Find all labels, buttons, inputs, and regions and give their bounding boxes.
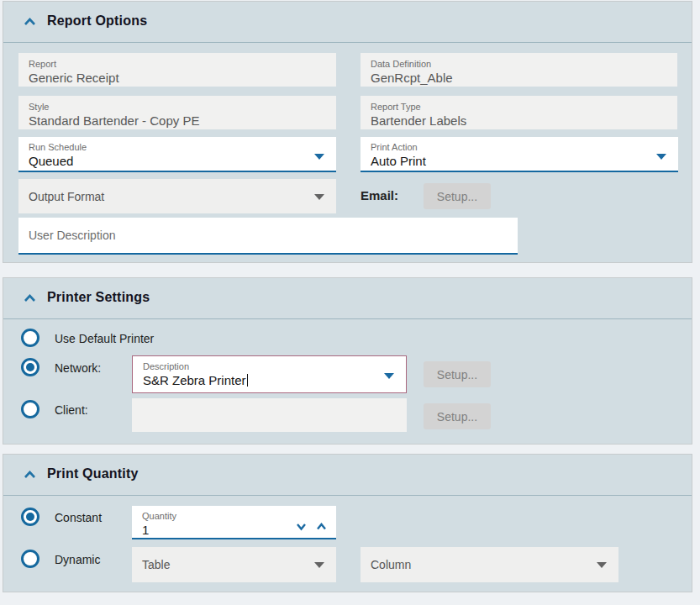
- collapse-chevron-up-icon[interactable]: [23, 292, 37, 304]
- email-label: Email:: [361, 188, 398, 203]
- data-definition-value: GenRcpt_Able: [371, 70, 667, 86]
- data-definition-label: Data Definition: [371, 58, 667, 70]
- dropdown-arrow-icon[interactable]: [656, 154, 666, 160]
- dropdown-arrow-icon: [314, 194, 324, 200]
- dynamic-quantity-label: Dynamic: [55, 553, 100, 566]
- print-quantity-section: Print Quantity Constant Quantity 1 Dynam…: [3, 454, 692, 592]
- network-setup-button[interactable]: Setup...: [424, 361, 491, 387]
- column-dropdown-label: Column: [371, 558, 411, 571]
- section-title: Report Options: [47, 13, 147, 29]
- quantity-spinner[interactable]: Quantity 1: [132, 506, 336, 539]
- quantity-decrement-icon[interactable]: [295, 522, 308, 532]
- print-quantity-header: Print Quantity: [3, 455, 692, 495]
- report-options-header: Report Options: [3, 2, 692, 42]
- user-description-input[interactable]: [18, 218, 518, 255]
- printer-settings-header: Printer Settings: [3, 278, 692, 318]
- run-schedule-label: Run Schedule: [29, 141, 326, 153]
- client-printer-radio[interactable]: [21, 400, 39, 418]
- dropdown-arrow-icon[interactable]: [314, 154, 324, 160]
- output-format-label: Output Format: [29, 190, 104, 203]
- table-dropdown: Table: [132, 547, 336, 582]
- report-field: Report Generic Receipt: [18, 53, 336, 87]
- table-dropdown-label: Table: [142, 558, 170, 571]
- network-printer-dropdown[interactable]: Description S&R Zebra Printer: [132, 355, 407, 393]
- report-field-value: Generic Receipt: [29, 70, 326, 86]
- constant-quantity-label: Constant: [55, 511, 102, 524]
- client-setup-button[interactable]: Setup...: [424, 403, 491, 429]
- printer-settings-section: Printer Settings Use Default Printer Net…: [3, 277, 692, 445]
- column-dropdown: Column: [361, 547, 618, 582]
- report-type-value: Bartender Labels: [371, 113, 667, 129]
- collapse-chevron-up-icon[interactable]: [23, 469, 37, 481]
- style-label: Style: [29, 101, 326, 113]
- use-default-printer-label: Use Default Printer: [55, 332, 154, 345]
- use-default-printer-radio[interactable]: [21, 329, 39, 347]
- dropdown-arrow-icon: [314, 562, 324, 568]
- header-divider: [3, 318, 692, 319]
- dropdown-arrow-icon: [597, 562, 607, 568]
- collapse-chevron-up-icon[interactable]: [23, 16, 37, 28]
- style-value: Standard Bartender - Copy PE: [29, 113, 326, 129]
- header-divider: [3, 42, 692, 43]
- client-printer-label: Client:: [55, 403, 88, 417]
- report-field-label: Report: [29, 58, 326, 70]
- quantity-label: Quantity: [142, 510, 326, 522]
- section-title: Printer Settings: [47, 290, 150, 305]
- network-printer-label: Network:: [55, 361, 101, 375]
- run-schedule-value: Queued: [29, 153, 326, 169]
- dropdown-arrow-icon[interactable]: [384, 373, 394, 379]
- email-setup-button[interactable]: Setup...: [424, 183, 491, 209]
- client-printer-input: [132, 398, 407, 432]
- network-printer-radio[interactable]: [21, 358, 39, 376]
- report-type-label: Report Type: [371, 101, 667, 113]
- print-action-dropdown[interactable]: Print Action Auto Print: [361, 137, 678, 172]
- data-definition-field: Data Definition GenRcpt_Able: [361, 53, 677, 87]
- network-dropdown-value: S&R Zebra Printer: [143, 373, 246, 387]
- report-type-field: Report Type Bartender Labels: [361, 96, 677, 129]
- output-format-dropdown: Output Format: [18, 179, 336, 213]
- print-action-value: Auto Print: [371, 153, 668, 169]
- network-dropdown-label: Description: [143, 360, 396, 372]
- quantity-increment-icon[interactable]: [315, 522, 328, 532]
- report-options-section: Report Options Report Generic Receipt Da…: [3, 1, 692, 263]
- dynamic-quantity-radio[interactable]: [21, 550, 39, 568]
- print-action-label: Print Action: [371, 141, 668, 153]
- text-caret: [247, 374, 248, 387]
- header-divider: [3, 495, 692, 496]
- constant-quantity-radio[interactable]: [21, 508, 39, 526]
- section-title: Print Quantity: [47, 466, 139, 481]
- run-schedule-dropdown[interactable]: Run Schedule Queued: [18, 137, 336, 172]
- style-field: Style Standard Bartender - Copy PE: [18, 96, 336, 129]
